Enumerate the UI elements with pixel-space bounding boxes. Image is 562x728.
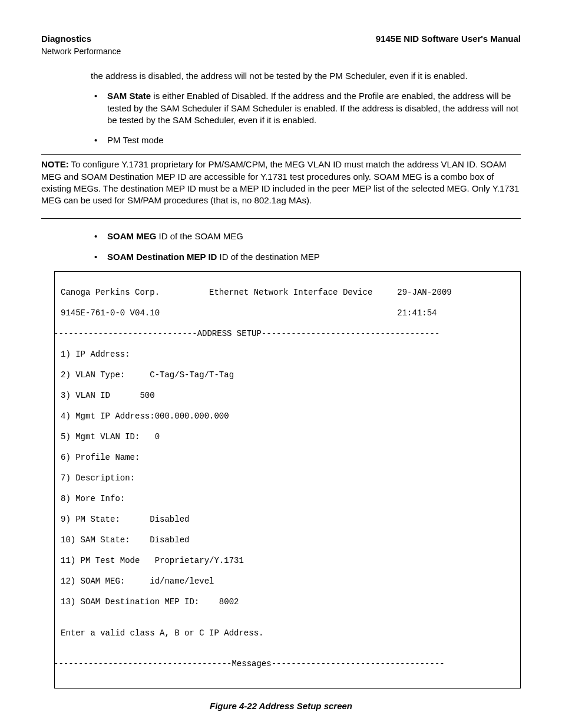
bullet-bold: SAM State xyxy=(107,91,151,101)
rule-top xyxy=(41,154,521,155)
term-line: 6) Profile Name: xyxy=(55,453,520,463)
terminal-screen: Canoga Perkins Corp. Ethernet Network In… xyxy=(54,271,521,689)
note-paragraph: NOTE: To configure Y.1731 proprietary fo… xyxy=(41,159,521,206)
bullet-text: is either Enabled of Disabled. If the ad… xyxy=(107,91,518,125)
bullet-text: ID of the SOAM MEG xyxy=(156,231,243,241)
bullet-list-1: SAM State is either Enabled of Disabled.… xyxy=(91,90,521,146)
term-line: 5) Mgmt VLAN ID: 0 xyxy=(55,432,520,443)
figure-caption: Figure 4-22 Address Setup screen xyxy=(41,700,521,712)
term-line: 3) VLAN ID 500 xyxy=(55,391,520,401)
term-line: 9145E-761-0-0 V04.10 21:41:54 xyxy=(55,308,520,319)
list-item: SAM State is either Enabled of Disabled.… xyxy=(91,90,521,126)
page-header: Diagnostics 9145E NID Software User's Ma… xyxy=(41,33,521,45)
term-line: 10) SAM State: Disabled xyxy=(55,535,520,546)
bullet-bold: SOAM Destination MEP ID xyxy=(107,252,217,262)
term-line: 9) PM State: Disabled xyxy=(55,515,520,525)
bullet-list-2: SOAM MEG ID of the SOAM MEG SOAM Destina… xyxy=(91,230,521,263)
term-line: 4) Mgmt IP Address:000.000.000.000 xyxy=(55,411,520,422)
list-item: SOAM MEG ID of the SOAM MEG xyxy=(91,230,521,242)
fragment-paragraph: the address is disabled, the address wil… xyxy=(91,70,521,82)
term-line: 7) Description: xyxy=(55,473,520,484)
list-item: PM Test mode xyxy=(91,134,521,146)
term-line: ------------------------------------Mess… xyxy=(54,659,520,670)
term-line: 2) VLAN Type: C-Tag/S-Tag/T-Tag xyxy=(55,370,520,381)
term-line: -----------------------------ADDRESS SET… xyxy=(54,329,520,340)
bullet-text: ID of the destination MEP xyxy=(217,252,319,262)
term-line: 8) More Info: xyxy=(55,494,520,505)
term-line: Canoga Perkins Corp. Ethernet Network In… xyxy=(55,288,520,298)
term-line: Enter a valid class A, B or C IP Address… xyxy=(55,628,520,639)
header-right: 9145E NID Software User's Manual xyxy=(376,33,521,45)
bullet-text: PM Test mode xyxy=(107,135,164,145)
header-left: Diagnostics xyxy=(41,33,91,45)
note-text: To configure Y.1731 proprietary for PM/S… xyxy=(41,159,519,205)
term-line: 13) SOAM Destination MEP ID: 8002 xyxy=(55,597,520,608)
term-line: 11) PM Test Mode Proprietary/Y.1731 xyxy=(55,556,520,566)
note-lead: NOTE: xyxy=(41,159,69,169)
bullet-bold: SOAM MEG xyxy=(107,231,156,241)
rule-bottom xyxy=(41,218,521,219)
list-item: SOAM Destination MEP ID ID of the destin… xyxy=(91,251,521,263)
term-line: 12) SOAM MEG: id/name/level xyxy=(55,577,520,587)
term-line: 1) IP Address: xyxy=(55,350,520,360)
header-subtitle: Network Performance xyxy=(41,46,521,57)
